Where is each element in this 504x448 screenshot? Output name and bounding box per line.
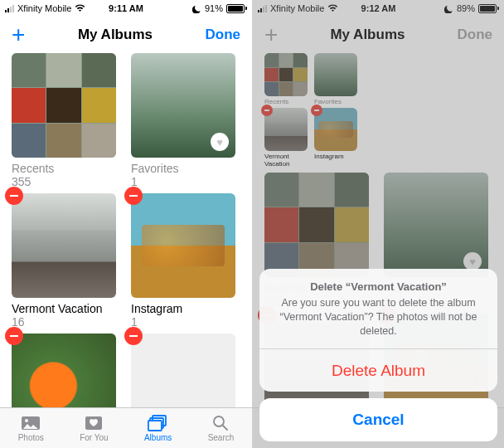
add-album-button[interactable]: +: [12, 23, 25, 46]
foryou-icon: [83, 414, 104, 432]
album-cover: [314, 53, 357, 96]
album-name: Instagram: [314, 153, 357, 160]
album-cover: [264, 53, 308, 96]
screen-delete-confirm: Xfinity Mobile 9:12 AM 89% + My Albums D…: [252, 0, 504, 448]
screen-edit-albums: Xfinity Mobile 9:11 AM 91% + My Albums D…: [0, 0, 252, 448]
carrier-label: Xfinity Mobile: [17, 3, 71, 13]
svg-line-7: [223, 426, 227, 430]
album-cover: [131, 193, 235, 298]
cellular-signal-icon: [258, 4, 267, 12]
album-count: 1: [131, 315, 235, 329]
tab-label: Search: [208, 433, 235, 442]
nav-bar: + My Albums Done: [0, 17, 252, 53]
album-name: Vermont Vacation: [264, 153, 308, 168]
album-name: Favorites: [314, 98, 357, 105]
battery-percent: 89%: [457, 3, 475, 13]
sheet-title: Delete “Vermont Vacation”: [274, 280, 482, 293]
delete-album-button[interactable]: [124, 187, 143, 205]
album-instagram: Instagram: [314, 108, 357, 168]
albums-icon: [148, 414, 169, 432]
heart-icon: ♥: [211, 133, 229, 151]
album-favorites: Favorites: [314, 53, 357, 105]
album-name: Instagram: [131, 302, 235, 315]
album-name: Recents: [12, 162, 116, 175]
battery-icon: [478, 4, 499, 13]
delete-album-button: [261, 105, 273, 116]
delete-album-button[interactable]: [5, 327, 23, 345]
album-recents: Recents: [264, 53, 308, 105]
nav-bar: + My Albums Done: [253, 17, 504, 53]
album-name: Favorites: [131, 162, 235, 175]
battery-icon: [226, 4, 247, 13]
delete-album-button[interactable]: [5, 187, 23, 205]
delete-album-button[interactable]: [124, 327, 143, 345]
album-instagram[interactable]: Instagram 1: [131, 193, 235, 329]
do-not-disturb-icon: [444, 4, 453, 13]
sheet-message: Are you sure you want to delete the albu…: [274, 296, 482, 338]
photos-icon: [20, 414, 41, 432]
album-cover: ♥: [384, 173, 488, 277]
heart-icon: ♥: [463, 252, 482, 270]
add-album-button: +: [264, 23, 278, 46]
status-bar: Xfinity Mobile 9:12 AM 89%: [253, 0, 504, 17]
album-favorites[interactable]: ♥ Favorites 1: [131, 53, 235, 188]
tab-search[interactable]: Search: [208, 414, 235, 442]
search-icon: [210, 414, 231, 432]
tab-label: Albums: [144, 433, 172, 442]
delete-album-button: [311, 105, 322, 116]
page-title: My Albums: [330, 27, 405, 43]
album-cover: [12, 53, 116, 158]
page-title: My Albums: [78, 27, 153, 43]
album-count: 16: [12, 315, 116, 329]
tab-bar: Photos For You Albums Search: [0, 407, 252, 448]
status-bar: Xfinity Mobile 9:11 AM 91%: [0, 0, 252, 17]
battery-percent: 91%: [205, 3, 223, 13]
album-recents[interactable]: Recents 355: [12, 53, 116, 188]
tab-label: Photos: [18, 433, 44, 442]
album-cover: [131, 334, 235, 411]
done-button: Done: [458, 27, 493, 43]
clock: 9:11 AM: [109, 3, 143, 13]
clock: 9:12 AM: [361, 3, 396, 13]
album-name: Recents: [264, 98, 308, 105]
album-name: Vermont Vacation: [12, 302, 116, 315]
album-vermont-vacation: Vermont Vacation: [264, 108, 308, 168]
svg-point-6: [214, 416, 224, 426]
done-button[interactable]: Done: [206, 27, 241, 43]
svg-point-1: [25, 419, 28, 422]
albums-grid[interactable]: Recents 355 ♥ Favorites 1 Vermont Vacati…: [0, 53, 252, 411]
tab-photos[interactable]: Photos: [18, 414, 44, 442]
album-count: 1: [131, 175, 235, 188]
wifi-icon: [327, 4, 338, 12]
album-vermont-vacation[interactable]: Vermont Vacation 16: [12, 193, 116, 329]
album-cover: ♥: [131, 53, 235, 158]
cancel-button[interactable]: Cancel: [259, 398, 497, 441]
album-partial-2[interactable]: [131, 334, 235, 411]
svg-rect-5: [148, 421, 162, 431]
album-cover: [12, 193, 116, 298]
tab-for-you[interactable]: For You: [80, 414, 108, 442]
cellular-signal-icon: [5, 4, 14, 12]
delete-album-confirm-button[interactable]: Delete Album: [259, 348, 497, 392]
do-not-disturb-icon: [192, 4, 201, 13]
carrier-label: Xfinity Mobile: [270, 3, 324, 13]
album-partial-1[interactable]: [12, 334, 116, 411]
album-cover: [264, 173, 369, 277]
album-count: 355: [12, 175, 116, 188]
action-sheet: Delete “Vermont Vacation” Are you sure y…: [259, 269, 497, 441]
album-cover: [12, 334, 116, 411]
tab-albums[interactable]: Albums: [144, 414, 172, 442]
wifi-icon: [75, 4, 85, 12]
tab-label: For You: [80, 433, 108, 442]
